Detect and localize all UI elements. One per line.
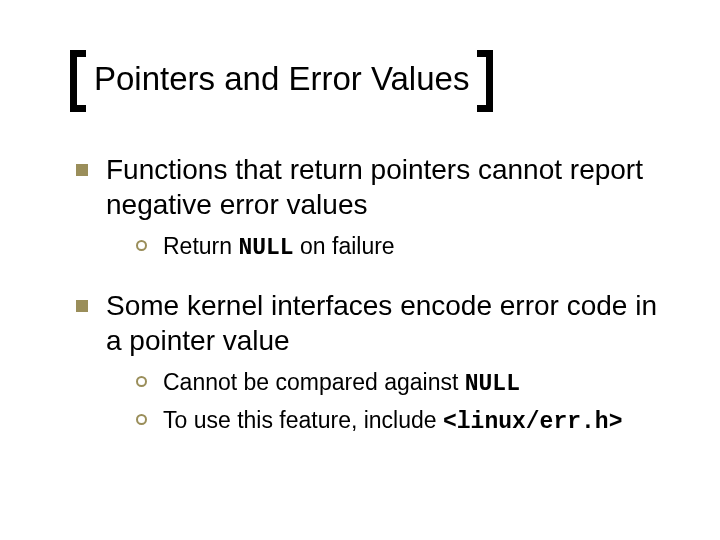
text-run: To use this feature, include — [163, 407, 443, 433]
text-run: Return — [163, 233, 238, 259]
square-bullet-icon — [76, 164, 88, 176]
code-run: NULL — [238, 235, 293, 261]
slide-title: Pointers and Error Values — [94, 60, 469, 98]
sublist: Return NULL on failure — [136, 232, 670, 264]
text-run: on failure — [294, 233, 395, 259]
circle-bullet-icon — [136, 376, 147, 387]
list-item-text: Functions that return pointers cannot re… — [106, 152, 670, 222]
list-item: Some kernel interfaces encode error code… — [76, 288, 670, 358]
bracket-left-icon — [70, 50, 86, 112]
circle-bullet-icon — [136, 240, 147, 251]
circle-bullet-icon — [136, 414, 147, 425]
list-item: Functions that return pointers cannot re… — [76, 152, 670, 222]
bracket-right-icon — [477, 50, 493, 112]
sublist: Cannot be compared against NULL To use t… — [136, 368, 670, 438]
sublist-item-text: Return NULL on failure — [163, 232, 395, 264]
sublist-item: Return NULL on failure — [136, 232, 670, 264]
sublist-item: Cannot be compared against NULL — [136, 368, 670, 400]
sublist-item-text: To use this feature, include <linux/err.… — [163, 406, 622, 438]
code-run: <linux/err.h> — [443, 409, 622, 435]
title-frame: Pointers and Error Values — [70, 50, 493, 112]
text-run: Cannot be compared against — [163, 369, 465, 395]
sublist-item-text: Cannot be compared against NULL — [163, 368, 520, 400]
slide-body: Functions that return pointers cannot re… — [70, 152, 670, 438]
sublist-item: To use this feature, include <linux/err.… — [136, 406, 670, 438]
slide: Pointers and Error Values Functions that… — [0, 0, 720, 540]
code-run: NULL — [465, 371, 520, 397]
list-item-text: Some kernel interfaces encode error code… — [106, 288, 670, 358]
square-bullet-icon — [76, 300, 88, 312]
